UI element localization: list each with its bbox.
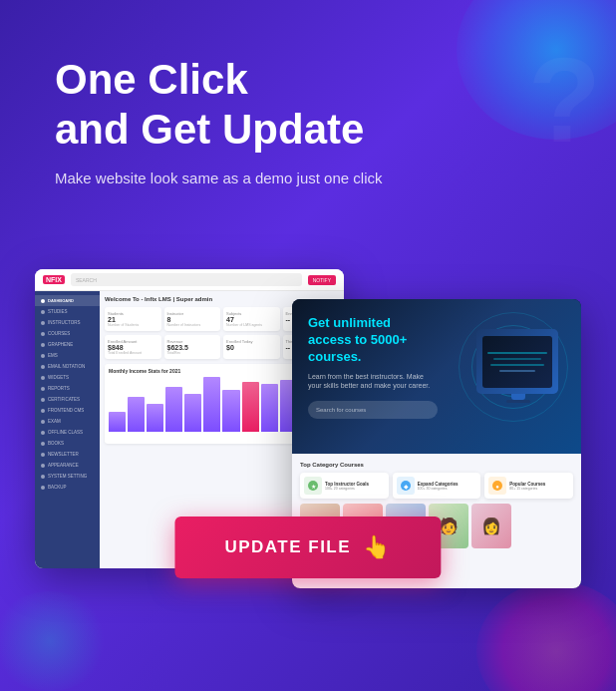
chart-bar-7 — [222, 390, 239, 432]
sidebar-item-email: EMAIL NOTATION — [35, 361, 100, 372]
monitor-line-4 — [499, 370, 535, 372]
admin-sidebar: DASHBOARD STUDIES INSTRUCTORS COURSES — [35, 291, 100, 568]
sidebar-item-dashboard: DASHBOARD — [35, 295, 100, 306]
sidebar-item-system: SYSTEM SETTING — [35, 471, 100, 482]
cat-svg-2: ◆ — [400, 480, 412, 492]
page-subtitle: Make website look same as a demo just on… — [55, 170, 382, 186]
stat-students-sub: Number of Students — [108, 323, 158, 327]
cat-name-2: Expand Categories — [418, 482, 459, 487]
person-face-5: 👩 — [471, 504, 511, 548]
stat-rev-value: $623.5 — [167, 344, 218, 351]
chart-bar-3 — [147, 404, 163, 432]
sidebar-item-offline: OFFLINE CLASS — [35, 427, 100, 438]
course-decoration — [444, 307, 573, 437]
cat-icon-3: ● — [488, 477, 506, 495]
stat-subjects: Subjects 47 Number of LMS agents — [223, 307, 280, 331]
sidebar-item-studies: STUDIES — [35, 306, 100, 317]
sidebar-item-courses: COURSES — [35, 328, 100, 339]
update-file-button[interactable]: UPDATE FILE 👆 — [174, 517, 441, 578]
sidebar-item-appearance: APPEARANCE — [35, 460, 100, 471]
chart-bar-6 — [203, 377, 220, 432]
monitor-screen — [482, 336, 552, 388]
blob-top-right — [457, 0, 616, 140]
update-btn-wrapper: UPDATE FILE 👆 — [174, 517, 441, 578]
stat-et-value: $0 — [226, 344, 277, 351]
stat-ea-value: $848 — [108, 344, 158, 351]
sidebar-item-backup: BACKUP — [35, 482, 100, 493]
stat-enrolled-today: Enrolled Today $0 — [223, 335, 280, 359]
stat-students-value: 21 — [108, 316, 158, 323]
background: ? One Click and Get Update Make website … — [0, 0, 616, 691]
cat-name-3: Popular Courses — [509, 482, 545, 487]
chart-bar-8 — [242, 382, 259, 432]
stat-subjects-sub: Number of LMS agents — [226, 323, 277, 327]
course-header: Get unlimited access to 5000+ courses. L… — [292, 299, 581, 454]
stat-students: Students 21 Number of Students — [105, 307, 161, 331]
person-thumb-5: 👩 — [471, 504, 511, 548]
cat-info-1: Top Instructor Goals 100+ 20 categories — [325, 482, 369, 491]
svg-text:★: ★ — [311, 484, 316, 490]
admin-search-bar: SEARCH — [71, 273, 302, 286]
course-header-title: Get unlimited access to 5000+ courses. — [308, 315, 438, 366]
chart-bar-9 — [261, 384, 278, 432]
sidebar-item-graphene: GRAPHENE — [35, 339, 100, 350]
cat-info-3: Popular Courses 80+ 15 categories — [509, 482, 545, 491]
stat-subjects-value: 47 — [226, 316, 277, 323]
chart-bar-1 — [109, 412, 126, 432]
cat-count-3: 80+ 15 categories — [509, 487, 545, 491]
screenshot-container: NFIX SEARCH NOTIFY DASHBOARD STUDIES — [35, 269, 581, 608]
svg-text:◆: ◆ — [403, 484, 408, 490]
category-card-2: ◆ Expand Categories 100+ 30 categories — [393, 473, 481, 499]
cat-name-1: Top Instructor Goals — [325, 482, 369, 487]
monitor-line-3 — [490, 364, 544, 366]
stat-instructor: Instructor 8 Number of Instructors — [164, 307, 221, 331]
stat-revenue: Revenue $623.5 TotalRev — [164, 335, 221, 359]
svg-text:●: ● — [496, 484, 500, 490]
header-section: One Click and Get Update Make website lo… — [55, 55, 382, 186]
chart-bar-4 — [165, 387, 182, 432]
stat-instructor-value: 8 — [167, 316, 218, 323]
course-header-sub: Learn from the best instructors. Make yo… — [308, 372, 438, 392]
sidebar-item-instructors: INSTRUCTORS — [35, 317, 100, 328]
cat-svg-1: ★ — [307, 480, 319, 492]
category-card-1: ★ Top Instructor Goals 100+ 20 categorie… — [300, 473, 389, 499]
stat-ea-sub: Total Enrolled Amount — [108, 351, 158, 355]
update-file-label: UPDATE FILE — [224, 537, 351, 557]
sidebar-item-widgets: WIDGETS — [35, 372, 100, 383]
admin-search-text: SEARCH — [76, 277, 97, 283]
category-grid: ★ Top Instructor Goals 100+ 20 categorie… — [300, 473, 573, 499]
cat-count-1: 100+ 20 categories — [325, 487, 369, 491]
sidebar-item-reports: REPORTS — [35, 383, 100, 394]
admin-logo: NFIX — [43, 275, 65, 284]
hand-icon: 👆 — [363, 534, 392, 560]
cat-svg-3: ● — [491, 480, 503, 492]
sidebar-item-books: BOOKS — [35, 438, 100, 449]
course-categories-title: Top Category Courses — [300, 462, 573, 468]
sidebar-item-exam: EXAM — [35, 416, 100, 427]
monitor-line-2 — [493, 358, 541, 360]
course-search-text: Search for courses — [316, 407, 366, 413]
monitor-base — [506, 400, 530, 403]
stat-rev-sub: TotalRev — [167, 351, 218, 355]
cat-icon-2: ◆ — [397, 477, 415, 495]
sidebar-item-ems: EMS — [35, 350, 100, 361]
sidebar-item-frontend: FRONTEND CMS — [35, 405, 100, 416]
stat-enrolled-amount: Enrolled Amount $848 Total Enrolled Amou… — [105, 335, 161, 359]
sidebar-item-certificates: CERTIFICATES — [35, 394, 100, 405]
monitor-line-1 — [487, 352, 547, 354]
cat-icon-1: ★ — [304, 477, 322, 495]
stat-instructor-sub: Number of Instructors — [167, 323, 218, 327]
page-title: One Click and Get Update — [55, 55, 382, 156]
admin-notify-btn: NOTIFY — [308, 275, 336, 285]
monitor-outer — [476, 329, 558, 394]
cat-info-2: Expand Categories 100+ 30 categories — [418, 482, 459, 491]
chart-bar-5 — [184, 394, 201, 432]
course-search-bar: Search for courses — [308, 401, 438, 419]
cat-count-2: 100+ 30 categories — [418, 487, 459, 491]
chart-bar-2 — [128, 397, 145, 432]
admin-topbar: NFIX SEARCH NOTIFY — [35, 269, 344, 291]
sidebar-item-newsletter: NEWSLETTER — [35, 449, 100, 460]
category-card-3: ● Popular Courses 80+ 15 categories — [484, 473, 573, 499]
